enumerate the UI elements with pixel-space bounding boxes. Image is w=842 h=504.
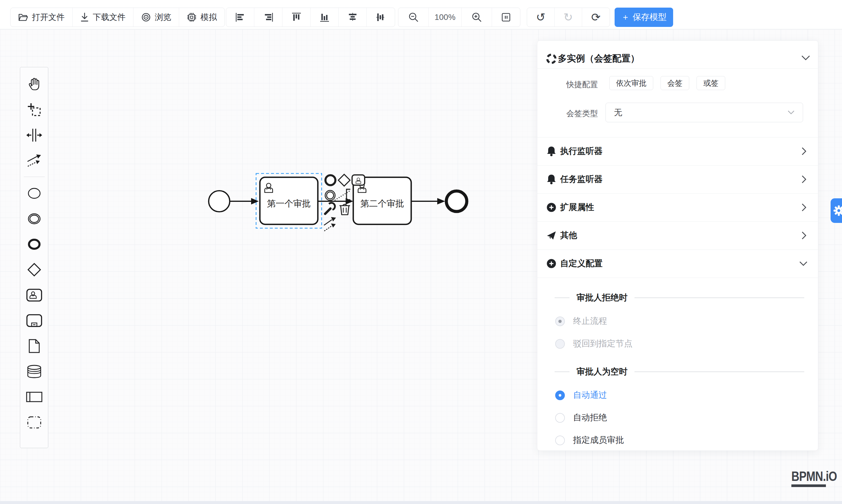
fit-viewport-button[interactable] <box>492 8 520 26</box>
undo-button[interactable]: ↺ <box>527 8 555 26</box>
end-event[interactable] <box>446 191 467 212</box>
data-store-icon <box>27 364 42 379</box>
gear-icon <box>833 205 842 216</box>
undo-icon: ↺ <box>536 12 545 23</box>
data-object-icon <box>28 339 41 354</box>
lasso-tool[interactable] <box>20 97 48 122</box>
user-task-icon <box>26 288 42 302</box>
radio-auto-pass[interactable]: 自动通过 <box>555 389 607 402</box>
chevron-down-icon <box>799 261 807 266</box>
section-custom-config[interactable]: 自定义配置 <box>537 250 818 277</box>
radio-icon <box>555 391 565 400</box>
palette-data-object[interactable] <box>20 333 48 359</box>
section-task-listener[interactable]: 任务监听器 <box>537 165 818 193</box>
multi-instance-icon <box>545 53 557 65</box>
align-top-button[interactable] <box>282 8 311 26</box>
subprocess-icon <box>26 314 42 327</box>
align-button-group <box>226 7 395 27</box>
sign-type-select[interactable]: 无 <box>606 103 803 122</box>
section-extension-properties[interactable]: 扩展属性 <box>537 193 818 221</box>
panel-title: 多实例（会签配置） <box>558 52 639 65</box>
radio-designated-member[interactable]: 指定成员审批 <box>555 434 624 447</box>
bpmn-io-logo: BPMN.iO <box>791 468 842 487</box>
palette-start-event[interactable] <box>20 180 48 206</box>
align-bottom-button[interactable] <box>311 8 339 26</box>
global-connect-tool[interactable] <box>20 148 48 173</box>
radio-auto-reject[interactable]: 自动拒绝 <box>555 411 607 424</box>
align-left-icon <box>235 13 245 22</box>
quick-option-sequential-button[interactable]: 依次审批 <box>609 76 653 90</box>
chevron-right-icon <box>802 203 806 212</box>
radio-return-to-node[interactable]: 驳回到指定节点 <box>555 337 632 350</box>
zoom-out-button[interactable] <box>398 8 429 26</box>
hand-tool[interactable] <box>20 71 48 97</box>
start-event[interactable] <box>209 191 230 212</box>
section-other[interactable]: 其他 <box>537 221 818 250</box>
palette-group[interactable] <box>20 410 48 435</box>
align-center-vertical-button[interactable] <box>367 8 395 26</box>
zoom-level[interactable]: 100% <box>429 8 461 26</box>
arrowhead <box>251 198 259 204</box>
reset-icon: ⟳ <box>591 12 600 23</box>
bpmn-diagram: 第一个审批 第二个审批 <box>205 162 492 238</box>
change-type-wrench-icon[interactable] <box>325 203 335 214</box>
chevron-right-icon <box>802 147 806 155</box>
divider <box>537 277 818 278</box>
quick-option-countersign-button[interactable]: 会签 <box>661 76 689 90</box>
radio-icon <box>555 339 565 349</box>
space-tool-icon <box>26 128 42 142</box>
palette-data-store[interactable] <box>20 359 48 384</box>
chip-icon <box>187 12 197 22</box>
space-tool[interactable] <box>20 122 48 148</box>
section-execution-listener[interactable]: 执行监听器 <box>537 137 818 165</box>
palette-user-task[interactable] <box>20 282 48 308</box>
palette-participant-pool[interactable] <box>20 384 48 410</box>
radio-terminate-process[interactable]: 终止流程 <box>555 315 607 328</box>
append-user-task-icon[interactable] <box>352 175 365 185</box>
palette-intermediate-event[interactable] <box>20 206 48 231</box>
open-file-button[interactable]: 打开文件 <box>11 8 73 26</box>
download-file-button[interactable]: 下载文件 <box>73 8 134 26</box>
gateway-icon <box>27 262 42 277</box>
radio-icon <box>555 413 565 423</box>
participant-pool-icon <box>26 391 43 402</box>
settings-tab[interactable] <box>830 198 842 223</box>
bpmn-editor-app: 打开文件 下载文件 浏览 模拟 <box>0 0 842 504</box>
zoom-in-icon <box>472 12 482 22</box>
download-icon <box>80 13 89 22</box>
logo-text: BPMN.iO <box>791 468 837 484</box>
arrowhead <box>437 198 445 204</box>
sign-type-label: 会签类型 <box>537 108 598 119</box>
fit-viewport-icon <box>501 12 511 22</box>
palette-subprocess[interactable] <box>20 308 48 333</box>
quick-option-orsign-button[interactable]: 或签 <box>697 76 725 90</box>
simulate-button[interactable]: 模拟 <box>179 8 225 26</box>
append-end-event-icon[interactable] <box>326 175 335 185</box>
collapse-chevron-icon[interactable] <box>801 55 810 60</box>
redo-button[interactable]: ↻ <box>555 8 582 26</box>
align-left-button[interactable] <box>226 8 254 26</box>
zoom-button-group: 100% <box>398 7 520 27</box>
palette-gateway[interactable] <box>20 257 48 282</box>
connect-tool-icon[interactable] <box>324 217 336 231</box>
intermediate-event-icon <box>27 211 42 227</box>
palette-end-event[interactable] <box>20 231 48 257</box>
reset-button[interactable]: ⟳ <box>582 8 610 26</box>
start-event-icon <box>27 186 42 201</box>
quick-config-buttons: 依次审批 会签 或签 <box>609 76 725 90</box>
redo-icon: ↻ <box>564 12 573 23</box>
browse-label: 浏览 <box>155 12 171 23</box>
chevron-right-icon <box>802 231 806 239</box>
align-right-button[interactable] <box>254 8 282 26</box>
browse-button[interactable]: 浏览 <box>134 8 179 26</box>
append-text-annotation-icon[interactable] <box>347 189 350 200</box>
logo-underline <box>791 484 826 487</box>
align-center-horizontal-icon <box>348 13 358 22</box>
save-model-button[interactable]: ＋ 保存模型 <box>615 7 673 27</box>
simulate-label: 模拟 <box>200 12 217 23</box>
zoom-in-button[interactable] <box>461 8 492 26</box>
delete-trash-icon[interactable] <box>339 204 350 215</box>
append-gateway-icon[interactable] <box>338 174 350 186</box>
lasso-icon <box>27 102 42 117</box>
align-center-horizontal-button[interactable] <box>339 8 367 26</box>
